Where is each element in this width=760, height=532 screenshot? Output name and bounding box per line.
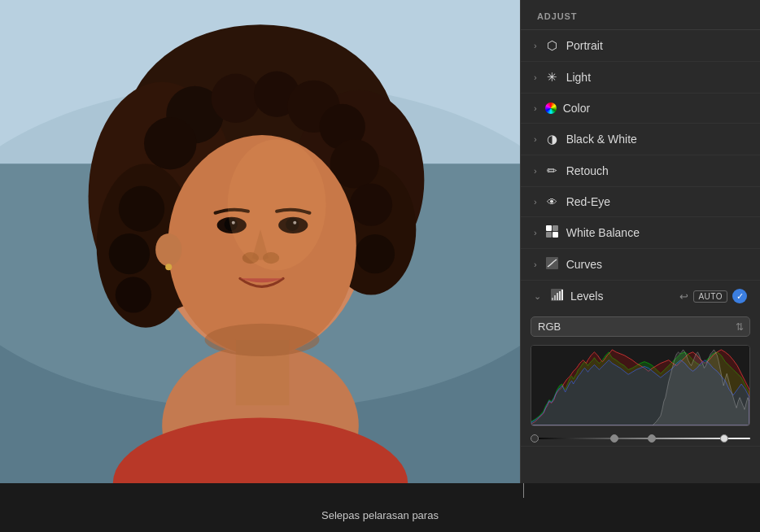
chevron-right-icon: › [534,197,537,207]
retouch-icon: ✏ [545,164,560,178]
histogram [531,345,750,426]
photo-panel [0,0,520,483]
color-icon [545,102,557,114]
histogram-svg [531,346,749,425]
levels-controls: ↩ AUTO ✓ [679,289,747,303]
svg-point-23 [116,277,151,312]
undo-button[interactable]: ↩ [679,290,688,303]
adjust-item-red-eye[interactable]: › 👁 Red-Eye [521,187,760,217]
white-balance-label: White Balance [566,226,747,239]
retouch-label: Retouch [566,164,747,177]
black-white-icon: ◑ [545,132,560,146]
caption-text: Selepas pelarasan paras [321,509,439,521]
levels-icon [549,289,564,303]
main-area: ADJUST › ⬡ Portrait › ✳ Light › Color › … [0,0,760,483]
svg-rect-48 [561,290,563,300]
chevron-right-icon: › [534,103,537,113]
chevron-right-icon: › [534,41,537,50]
svg-point-21 [109,233,150,274]
svg-rect-46 [557,293,558,300]
levels-label: Levels [570,290,673,303]
check-button[interactable]: ✓ [732,289,747,303]
svg-point-37 [228,139,326,270]
adjust-item-levels[interactable]: ⌄ Levels ↩ AUTO ✓ [521,281,760,312]
levels-slider-track[interactable] [531,438,750,439]
svg-point-17 [144,117,196,169]
svg-point-33 [155,233,181,266]
levels-section: ⌄ Levels ↩ AUTO ✓ [521,281,760,447]
portrait-icon: ⬡ [545,38,560,53]
svg-point-13 [212,74,260,123]
adjust-item-curves[interactable]: › Curves [521,249,760,281]
svg-point-20 [350,184,392,226]
chevron-right-icon: › [534,72,537,82]
chevron-down-icon: ⌄ [534,291,541,302]
adjust-item-light[interactable]: › ✳ Light [521,62,760,94]
auto-button[interactable]: AUTO [693,290,727,303]
caption-line [523,483,524,498]
chevron-right-icon: › [534,228,537,238]
curves-icon [545,257,560,272]
svg-point-36 [205,324,320,356]
svg-rect-41 [553,232,558,238]
adjust-item-black-white[interactable]: › ◑ Black & White [521,124,760,155]
svg-rect-45 [554,295,556,300]
slider-handle-black[interactable] [531,434,539,443]
svg-point-34 [165,264,172,270]
svg-point-19 [119,186,164,232]
svg-rect-47 [559,291,561,300]
black-white-label: Black & White [566,133,747,146]
light-label: Light [566,71,747,84]
caption-area: Selepas pelarasan paras [0,483,760,532]
slider-handle-mid-left[interactable] [610,434,618,443]
portrait-svg [0,0,520,483]
color-label: Color [563,102,747,115]
red-eye-label: Red-Eye [566,195,747,208]
adjust-item-retouch[interactable]: › ✏ Retouch [521,155,760,187]
adjust-item-white-balance[interactable]: › White Balance [521,217,760,249]
light-icon: ✳ [545,70,560,85]
svg-rect-44 [552,298,553,300]
portrait-label: Portrait [566,39,747,52]
slider-handle-white[interactable] [720,434,728,443]
svg-rect-39 [553,225,558,231]
svg-point-22 [356,234,395,273]
curves-label: Curves [566,258,747,271]
chevron-right-icon: › [534,259,537,269]
svg-rect-38 [546,225,552,231]
channel-select-container: RGB Red Green Blue Luminance [531,316,750,337]
chevron-right-icon: › [534,134,537,144]
chevron-right-icon: › [534,166,537,176]
panel-title: ADJUST [521,0,760,29]
slider-handle-mid-right[interactable] [648,434,656,443]
adjust-panel: ADJUST › ⬡ Portrait › ✳ Light › Color › … [520,0,760,483]
adjust-item-color[interactable]: › Color [521,94,760,124]
channel-select-wrapper: RGB Red Green Blue Luminance [521,312,760,342]
channel-select[interactable]: RGB Red Green Blue Luminance [531,316,750,337]
levels-slider-row [521,434,760,446]
white-balance-icon [545,225,560,240]
svg-rect-40 [546,232,552,238]
adjust-item-portrait[interactable]: › ⬡ Portrait [521,30,760,62]
red-eye-icon: 👁 [545,196,560,208]
